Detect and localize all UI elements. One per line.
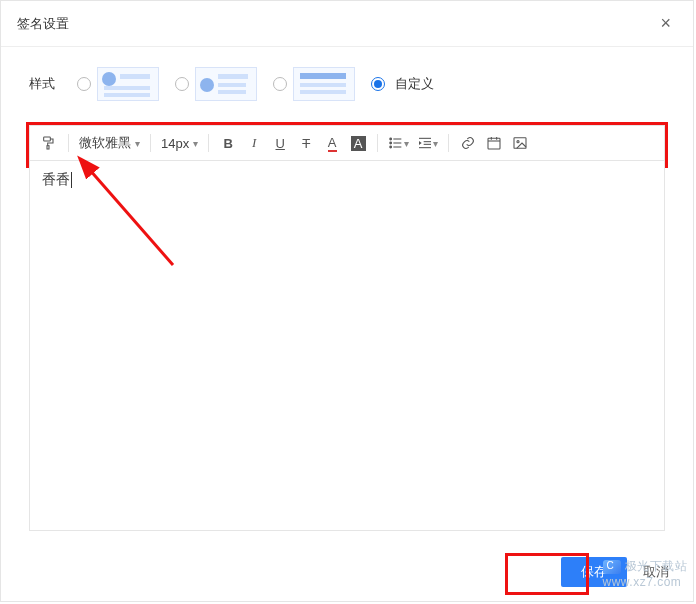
radio-template3[interactable] [273, 77, 287, 91]
list-ul-icon [388, 135, 404, 151]
calendar-icon [486, 135, 502, 151]
chevron-down-icon: ▾ [404, 138, 409, 149]
radio-template1[interactable] [77, 77, 91, 91]
separator [377, 134, 378, 152]
separator [68, 134, 69, 152]
font-color-button[interactable]: A [323, 135, 341, 152]
footer: 保存 取消 [561, 557, 669, 587]
template2-thumb [195, 67, 257, 101]
format-painter-icon [41, 135, 57, 151]
radio-custom[interactable] [371, 77, 385, 91]
underline-button[interactable]: U [271, 136, 289, 151]
format-painter-button[interactable] [40, 135, 58, 151]
separator [448, 134, 449, 152]
indent-icon [417, 135, 433, 151]
strike-button[interactable]: T [297, 136, 315, 151]
link-icon [460, 135, 476, 151]
signature-dialog: 签名设置 × 样式 自定义 [0, 0, 694, 602]
svg-point-17 [517, 141, 519, 143]
close-icon[interactable]: × [654, 11, 677, 36]
unordered-list-button[interactable]: ▾ [388, 135, 409, 151]
template3-thumb [293, 67, 355, 101]
chevron-down-icon: ▾ [135, 138, 140, 149]
svg-point-2 [390, 138, 392, 140]
svg-point-6 [390, 146, 392, 148]
image-button[interactable] [511, 135, 529, 151]
dialog-title: 签名设置 [17, 15, 69, 33]
style-option-template2[interactable] [175, 67, 257, 101]
separator [208, 134, 209, 152]
link-button[interactable] [459, 135, 477, 151]
titlebar: 签名设置 × [1, 1, 693, 47]
font-family-select[interactable]: 微软雅黑 ▾ [79, 134, 140, 152]
font-size-select[interactable]: 14px ▾ [161, 136, 198, 151]
indent-button[interactable]: ▾ [417, 135, 438, 151]
separator [150, 134, 151, 152]
date-button[interactable] [485, 135, 503, 151]
toolbar: 微软雅黑 ▾ 14px ▾ B I U T A A ▾ ▾ [29, 125, 665, 161]
svg-point-4 [390, 142, 392, 144]
image-icon [512, 135, 528, 151]
style-option-template3[interactable] [273, 67, 355, 101]
font-family-value: 微软雅黑 [79, 134, 131, 152]
svg-rect-0 [44, 137, 51, 141]
style-label: 样式 [29, 75, 55, 93]
svg-rect-12 [488, 138, 500, 149]
chevron-down-icon: ▾ [433, 138, 438, 149]
editor-content: 香香 [42, 171, 72, 187]
chevron-down-icon: ▾ [193, 138, 198, 149]
style-option-custom[interactable]: 自定义 [371, 75, 434, 93]
italic-button[interactable]: I [245, 135, 263, 151]
svg-rect-16 [514, 138, 526, 149]
font-size-value: 14px [161, 136, 189, 151]
editor-textarea[interactable]: 香香 [29, 161, 665, 531]
style-option-template1[interactable] [77, 67, 159, 101]
save-button[interactable]: 保存 [561, 557, 627, 587]
custom-label: 自定义 [395, 75, 434, 93]
cancel-button[interactable]: 取消 [643, 563, 669, 581]
radio-template2[interactable] [175, 77, 189, 91]
editor-wrap: 微软雅黑 ▾ 14px ▾ B I U T A A ▾ ▾ [29, 125, 665, 531]
bg-color-button[interactable]: A [349, 136, 367, 151]
template1-thumb [97, 67, 159, 101]
bold-button[interactable]: B [219, 136, 237, 151]
svg-rect-1 [47, 146, 49, 149]
style-row: 样式 自定义 [1, 47, 693, 115]
